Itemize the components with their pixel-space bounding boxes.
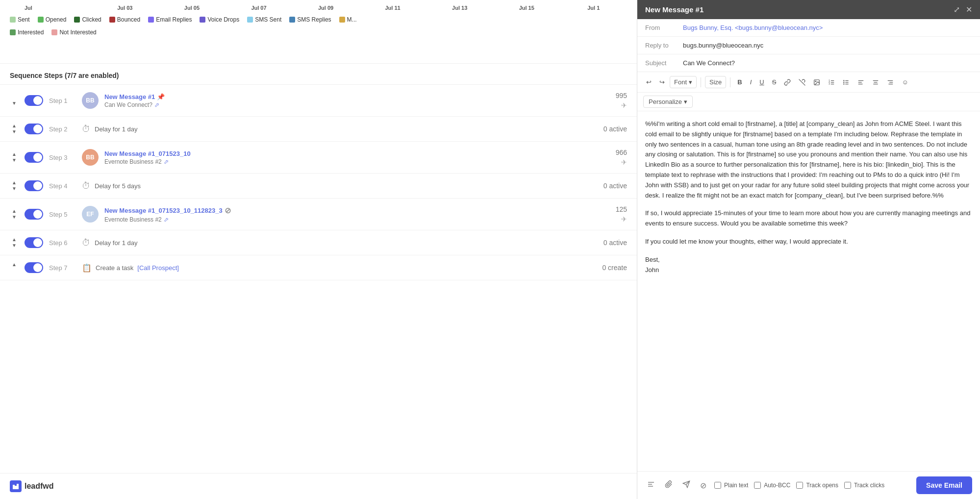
step-7-up-arrow[interactable]: ▲ xyxy=(10,262,19,267)
email-body[interactable]: %%I'm writing a short cold email to [fir… xyxy=(637,111,980,471)
step-7-toggle[interactable] xyxy=(25,262,43,273)
step-5-toggle[interactable] xyxy=(25,209,43,220)
size-dropdown[interactable]: Size xyxy=(705,76,726,88)
align-right-button[interactable] xyxy=(884,77,897,88)
step-5-ext-link[interactable]: ⬀ xyxy=(164,216,169,223)
table-row: ▲ ▼ Step 6 ⏱ Delay for 1 day 0 active xyxy=(0,230,637,255)
send-icon: ✈ xyxy=(621,158,627,166)
step-2-down-arrow[interactable]: ▼ xyxy=(10,129,19,134)
svg-point-17 xyxy=(844,83,844,84)
x-label-jul03: Jul 03 xyxy=(92,5,159,11)
modal-header: New Message #1 ⤢ ✕ xyxy=(637,0,980,19)
format-button[interactable] xyxy=(645,478,657,492)
save-email-button[interactable]: Save Email xyxy=(916,476,972,494)
step-5-down-arrow[interactable]: ▼ xyxy=(10,215,19,220)
table-row: ▲ ▼ Step 3 BB New Message #1_071523_10 E… xyxy=(0,142,637,174)
x-label-jul11: Jul 11 xyxy=(359,5,427,11)
svg-point-16 xyxy=(844,82,844,82)
redo-button[interactable]: ↪ xyxy=(656,76,668,88)
legend-voice-drops-label: Voice Drops xyxy=(207,16,239,23)
undo-button[interactable]: ↩ xyxy=(643,76,654,88)
step-1-toggle[interactable] xyxy=(25,95,43,106)
step-5-label: Step 5 xyxy=(49,211,76,218)
auto-bcc-checkbox[interactable] xyxy=(754,482,761,489)
step-1-ext-link[interactable]: ⬀ xyxy=(154,101,159,108)
legend-sms-replies-label: SMS Replies xyxy=(297,16,331,23)
reply-to-label: Reply to xyxy=(645,42,677,49)
step-3-ext-link[interactable]: ⬀ xyxy=(164,158,169,165)
chevron-down-icon: ▾ xyxy=(689,78,692,86)
ordered-list-button[interactable]: 123 xyxy=(825,77,838,88)
bold-button[interactable]: B xyxy=(734,76,745,88)
font-dropdown[interactable]: Font ▾ xyxy=(670,76,697,88)
legend-not-interested: Not Interested xyxy=(51,29,96,36)
plain-text-checkbox[interactable] xyxy=(714,482,721,489)
reply-to-value[interactable]: bugs.bunny@blueocean.nyc xyxy=(683,42,972,49)
step-3-subtitle: Evernote Business #2 ⬀ xyxy=(104,158,582,165)
x-label-jul17: Jul 1 xyxy=(560,5,628,11)
step-1-count: 995 xyxy=(616,92,627,100)
block-button[interactable]: ⊘ xyxy=(698,479,708,492)
italic-button[interactable]: I xyxy=(747,76,755,88)
step-1-title[interactable]: New Message #1 📌 xyxy=(104,93,582,100)
underline-button[interactable]: U xyxy=(756,76,767,88)
align-center-button[interactable] xyxy=(869,77,882,88)
send-preview-button[interactable] xyxy=(680,478,692,492)
expand-button[interactable]: ⤢ xyxy=(954,5,960,14)
strikethrough-button[interactable]: S xyxy=(769,76,779,88)
brand-name: leadfwd xyxy=(25,482,54,491)
personalize-button[interactable]: Personalize ▾ xyxy=(643,96,693,108)
interested-dot xyxy=(10,29,16,35)
chevron-down-icon: ▾ xyxy=(684,98,687,105)
step-5-title[interactable]: New Message #1_071523_10_112823_3 ⊘ xyxy=(104,206,582,215)
step-2-toggle[interactable] xyxy=(25,124,43,134)
opened-dot xyxy=(38,17,44,23)
legend-email-replies: Email Replies xyxy=(148,16,192,23)
step-4-toggle[interactable] xyxy=(25,180,43,191)
cancelled-icon: ⊘ xyxy=(225,206,231,215)
svg-text:3: 3 xyxy=(829,82,830,85)
image-button[interactable] xyxy=(810,77,823,88)
emoji-button[interactable]: ☺ xyxy=(899,76,911,88)
link-button[interactable] xyxy=(781,77,794,88)
legend-sent: Sent xyxy=(10,16,30,23)
from-value[interactable]: Bugs Bunny, Esq. <bugs.bunny@blueocean.n… xyxy=(683,24,972,31)
unordered-list-button[interactable] xyxy=(840,77,853,88)
step-6-down-arrow[interactable]: ▼ xyxy=(10,243,19,248)
step-4-up-arrow[interactable]: ▲ xyxy=(10,180,19,185)
step-4-delay-text: Delay for 5 days xyxy=(95,182,141,190)
step-3-title[interactable]: New Message #1_071523_10 xyxy=(104,150,582,157)
send-icon: ✈ xyxy=(621,215,627,223)
step-2-delay: ⏱ Delay for 1 day xyxy=(82,124,137,134)
track-clicks-option[interactable]: Track clicks xyxy=(844,482,884,489)
chart-area: Jul Jul 03 Jul 05 Jul 07 Jul 09 Jul 11 J… xyxy=(0,0,637,64)
step-5-subtitle: Evernote Business #2 ⬀ xyxy=(104,216,582,223)
step-4-down-arrow[interactable]: ▼ xyxy=(10,186,19,191)
step-1-content: New Message #1 📌 Can We Connect? ⬀ xyxy=(104,93,582,108)
legend-not-interested-label: Not Interested xyxy=(59,29,96,36)
plain-text-option[interactable]: Plain text xyxy=(714,482,748,489)
align-left-button[interactable] xyxy=(854,77,867,88)
call-prospect-link[interactable]: [Call Prospect] xyxy=(137,264,179,272)
track-opens-option[interactable]: Track opens xyxy=(796,482,838,489)
track-clicks-checkbox[interactable] xyxy=(844,482,851,489)
step-3-up-arrow[interactable]: ▲ xyxy=(10,152,19,157)
step-7-right: 0 create xyxy=(588,264,627,272)
subject-value[interactable]: Can We Connect? xyxy=(683,59,972,67)
step-3-toggle[interactable] xyxy=(25,152,43,163)
track-opens-checkbox[interactable] xyxy=(796,482,803,489)
unlink-button[interactable] xyxy=(796,77,808,88)
legend-bounced: Bounced xyxy=(109,16,140,23)
email-paragraph-3: If you could let me know your thoughts, … xyxy=(645,237,972,247)
attach-button[interactable] xyxy=(663,478,675,492)
auto-bcc-option[interactable]: Auto-BCC xyxy=(754,482,790,489)
step-3-down-arrow[interactable]: ▼ xyxy=(10,158,19,163)
step-4-right: 0 active xyxy=(588,182,627,190)
step-5-arrows: ▲ ▼ xyxy=(10,209,19,220)
step-1-down-arrow[interactable]: ▼ xyxy=(10,101,19,106)
step-6-toggle[interactable] xyxy=(25,237,43,248)
step-2-up-arrow[interactable]: ▲ xyxy=(10,124,19,128)
close-button[interactable]: ✕ xyxy=(966,5,972,14)
step-6-up-arrow[interactable]: ▲ xyxy=(10,237,19,242)
step-5-up-arrow[interactable]: ▲ xyxy=(10,209,19,214)
